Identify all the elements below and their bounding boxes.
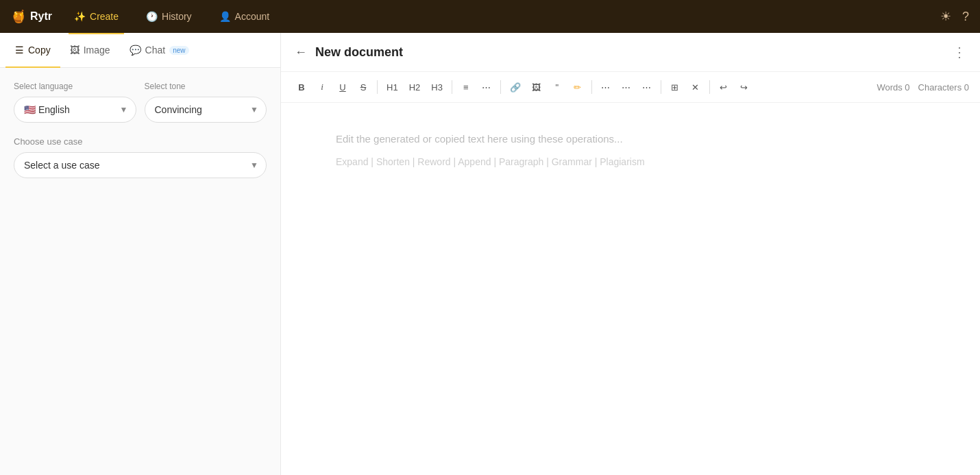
logo-text: Rytr [30, 10, 52, 23]
use-case-group: Choose use case Select a use case ▼ [14, 136, 267, 178]
quote-button[interactable]: " [548, 77, 567, 97]
sidebar-tabs: ☰ Copy 🖼 Image 💬 Chat new [0, 33, 280, 68]
tone-group: Select tone Convincing ▼ [145, 82, 267, 123]
characters-count: 0 [964, 82, 969, 93]
tab-image-label: Image [84, 45, 110, 56]
editor-area: ← New document ⋮ B i U S H1 H2 H3 ≡ ⋯ 🔗 … [281, 33, 980, 475]
account-icon: 👤 [219, 11, 231, 22]
tab-chat-label: Chat [145, 45, 166, 56]
editor-operations: Expand | Shorten | Reword | Append | Par… [336, 156, 925, 167]
align-center-button[interactable]: ⋯ [617, 77, 636, 97]
help-icon[interactable]: ? [962, 10, 969, 24]
redo-button[interactable]: ↪ [735, 77, 754, 97]
language-select-wrapper[interactable]: 🇺🇸 English ▼ [14, 97, 136, 123]
h1-button[interactable]: H1 [382, 77, 403, 97]
nav-item-history-label: History [162, 11, 192, 22]
nav-item-account-label: Account [235, 11, 270, 22]
theme-icon[interactable]: ☀ [940, 9, 951, 24]
align-right-button[interactable]: ⋯ [637, 77, 657, 97]
bold-button[interactable]: B [292, 77, 311, 97]
words-label: Words 0 [877, 82, 909, 93]
separator-4 [591, 80, 592, 94]
strikethrough-button[interactable]: S [354, 77, 373, 97]
tone-label: Select tone [145, 82, 267, 91]
underline-button[interactable]: U [333, 77, 352, 97]
undo-button[interactable]: ↩ [714, 77, 733, 97]
editor-body[interactable]: Edit the generated or copied text here u… [281, 103, 980, 475]
h3-button[interactable]: H3 [426, 77, 448, 97]
nav-item-history[interactable]: 🕐 History [140, 8, 197, 25]
separator-5 [661, 80, 661, 94]
table-button[interactable]: ⊞ [665, 77, 685, 97]
more-options-button[interactable]: ⋮ [953, 44, 966, 60]
characters-label: Characters 0 [918, 82, 969, 93]
history-icon: 🕐 [146, 11, 158, 22]
editor-placeholder: Edit the generated or copied text here u… [336, 130, 925, 148]
highlight-button[interactable]: ✏ [568, 77, 587, 97]
tab-chat[interactable]: 💬 Chat new [120, 34, 199, 68]
separator-2 [452, 80, 452, 94]
editor-header: ← New document ⋮ [281, 33, 980, 72]
top-navigation: 🍯 Rytr ✨ Create 🕐 History 👤 Account ☀ ? [0, 0, 980, 33]
language-label: Select language [14, 82, 136, 91]
align-left-button[interactable]: ⋯ [596, 77, 615, 97]
chat-badge: new [169, 46, 188, 55]
link-button[interactable]: 🔗 [505, 77, 526, 97]
ordered-list-button[interactable]: ⋯ [477, 77, 496, 97]
use-case-select-wrapper[interactable]: Select a use case ▼ [14, 152, 267, 178]
create-icon: ✨ [74, 11, 86, 22]
language-select[interactable]: 🇺🇸 English [14, 97, 136, 123]
clear-format-button[interactable]: ✕ [686, 77, 705, 97]
separator-1 [377, 80, 378, 94]
editor-toolbar: B i U S H1 H2 H3 ≡ ⋯ 🔗 🖼 " ✏ ⋯ ⋯ ⋯ ⊞ ✕ ↩… [281, 72, 980, 103]
tone-select-wrapper[interactable]: Convincing ▼ [145, 97, 267, 123]
image-button[interactable]: 🖼 [527, 77, 546, 97]
words-count: 0 [905, 82, 909, 93]
italic-button[interactable]: i [313, 77, 332, 97]
document-title: New document [315, 45, 953, 60]
sidebar-content: Select language 🇺🇸 English ▼ Select tone… [0, 68, 280, 475]
tone-select[interactable]: Convincing [145, 97, 267, 123]
sidebar: ☰ Copy 🖼 Image 💬 Chat new Select languag… [0, 33, 281, 475]
h2-button[interactable]: H2 [404, 77, 426, 97]
image-tab-icon: 🖼 [70, 45, 79, 56]
use-case-select[interactable]: Select a use case [14, 152, 267, 178]
logo-icon: 🍯 [11, 9, 26, 24]
nav-item-account[interactable]: 👤 Account [214, 8, 275, 25]
nav-item-create-label: Create [90, 11, 119, 22]
language-group: Select language 🇺🇸 English ▼ [14, 82, 136, 123]
use-case-label: Choose use case [14, 136, 267, 147]
language-tone-row: Select language 🇺🇸 English ▼ Select tone… [14, 82, 267, 123]
copy-tab-icon: ☰ [15, 45, 24, 56]
nav-item-create[interactable]: ✨ Create [69, 8, 124, 25]
separator-3 [500, 80, 501, 94]
main-layout: ☰ Copy 🖼 Image 💬 Chat new Select languag… [0, 33, 980, 475]
bullet-list-button[interactable]: ≡ [456, 77, 476, 97]
back-button[interactable]: ← [295, 45, 307, 60]
tab-copy[interactable]: ☰ Copy [5, 34, 60, 68]
tab-copy-label: Copy [28, 45, 51, 56]
nav-right-actions: ☀ ? [940, 9, 969, 24]
tab-image[interactable]: 🖼 Image [60, 34, 120, 68]
word-count: Words 0 Characters 0 [877, 82, 969, 93]
separator-6 [709, 80, 710, 94]
chat-tab-icon: 💬 [130, 45, 141, 56]
logo[interactable]: 🍯 Rytr [11, 9, 52, 24]
